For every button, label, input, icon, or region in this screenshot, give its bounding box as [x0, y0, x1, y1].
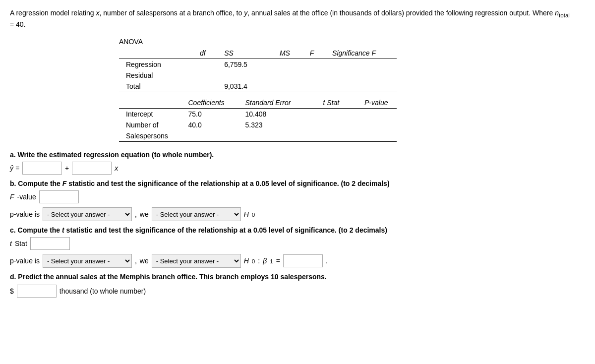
beta1-input[interactable] — [283, 254, 323, 267]
anova-df-residual — [193, 70, 217, 81]
coeff-coeff-intercept: 75.0 — [181, 109, 238, 120]
anova-sigf-regression — [325, 59, 397, 70]
h0-b-label: H — [244, 210, 249, 218]
slope-input[interactable] — [72, 162, 112, 175]
anova-sigf-residual — [325, 70, 397, 81]
anova-ms-residual — [273, 70, 303, 81]
plus-symbol: + — [65, 164, 69, 172]
anova-table: df SS MS F Significance F Regression 6,7… — [119, 48, 397, 92]
anova-ss-residual — [217, 70, 273, 81]
table-row: Total 9,031.4 — [119, 81, 397, 92]
anova-header-f: F — [303, 48, 325, 59]
dollar-row: $ thousand (to whole number) — [10, 285, 585, 298]
table-row: Number of 40.0 5.323 — [119, 120, 397, 130]
coeff-pvalue-numof — [357, 120, 397, 130]
equation-row: ŷ = + x — [10, 162, 585, 175]
fvalue-text: -value — [17, 193, 36, 201]
pvalue-b-label: p-value is — [10, 210, 40, 218]
anova-header-df: df — [193, 48, 217, 59]
fvalue-input[interactable] — [39, 190, 79, 203]
comma-c: , — [135, 257, 137, 265]
x-symbol: x — [115, 164, 118, 172]
h0-b-sub: 0 — [252, 211, 255, 218]
pvalue-b-select[interactable]: - Select your answer - less than greater… — [43, 207, 132, 221]
anova-ms-total — [273, 81, 303, 92]
anova-row-total: Total — [119, 81, 193, 92]
yhat-symbol: ŷ = — [10, 164, 19, 172]
coeff-header-label — [119, 97, 181, 109]
tstat-input[interactable] — [30, 237, 70, 250]
anova-header-label — [119, 48, 193, 59]
colon-c: : — [258, 257, 260, 265]
anova-ms-regression — [273, 59, 303, 70]
h0-c-label: H — [244, 257, 249, 265]
thousand-label: thousand (to whole number) — [60, 287, 146, 295]
prediction-input[interactable] — [17, 285, 57, 298]
anova-df-regression — [193, 59, 217, 70]
beta1-label: β — [263, 257, 267, 265]
intro-paragraph: A regression model relating x, number of… — [10, 8, 585, 30]
coeff-row-intercept: Intercept — [119, 109, 181, 120]
coeff-header-coeff: Coefficients — [181, 97, 238, 109]
h0-c-sub: 0 — [252, 258, 255, 264]
anova-f-residual — [303, 70, 325, 81]
fvalue-label: F — [10, 193, 14, 201]
we-b-select[interactable]: - Select your answer - reject do not rej… — [152, 207, 241, 221]
anova-row-regression: Regression — [119, 59, 193, 70]
part-b-section: b. Compute the F statistic and test the … — [10, 180, 585, 221]
anova-header-ss: SS — [217, 48, 273, 59]
coeff-se-salespersons — [238, 130, 316, 142]
part-c-label: c. Compute the t statistic and test the … — [10, 226, 585, 234]
anova-df-total — [193, 81, 217, 92]
equals-c: = — [276, 257, 280, 265]
coeff-tstat-numof — [316, 120, 357, 130]
we-b-label: we — [140, 210, 149, 218]
coeff-header-pvalue: P-value — [357, 97, 397, 109]
coeff-coeff-salespersons — [181, 130, 238, 142]
anova-row-residual: Residual — [119, 70, 193, 81]
intercept-input[interactable] — [22, 162, 62, 175]
coeff-se-intercept: 10.408 — [238, 109, 316, 120]
anova-section: ANOVA df SS MS F Significance F Regressi… — [119, 38, 585, 142]
anova-title: ANOVA — [119, 38, 585, 46]
coeff-coeff-numof: 40.0 — [181, 120, 238, 130]
dollar-symbol: $ — [10, 287, 14, 295]
we-c-select[interactable]: - Select your answer - reject do not rej… — [152, 254, 241, 268]
coeff-row-numof: Number of — [119, 120, 181, 130]
pvalue-c-label: p-value is — [10, 257, 40, 265]
anova-ss-total: 9,031.4 — [217, 81, 273, 92]
tstat-row: t Stat — [10, 237, 585, 250]
anova-f-total — [303, 81, 325, 92]
pvalue-c-select[interactable]: - Select your answer - less than greater… — [43, 254, 132, 268]
anova-f-regression — [303, 59, 325, 70]
part-d-section: d. Predict the annual sales at the Memph… — [10, 273, 585, 298]
coeff-se-numof: 5.323 — [238, 120, 316, 130]
table-row: Intercept 75.0 10.408 — [119, 109, 397, 120]
period-c: . — [326, 257, 328, 265]
table-row: Regression 6,759.5 — [119, 59, 397, 70]
coefficients-table: Coefficients Standard Error t Stat P-val… — [119, 97, 397, 142]
pvalue-b-row: p-value is - Select your answer - less t… — [10, 207, 585, 221]
we-c-label: we — [140, 257, 149, 265]
comma-b: , — [135, 210, 137, 218]
table-row: Residual — [119, 70, 397, 81]
coeff-row-salespersons: Salespersons — [119, 130, 181, 142]
part-a-label: a. Write the estimated regression equati… — [10, 151, 585, 159]
fvalue-row: F-value — [10, 190, 585, 203]
coeff-header-tstat: t Stat — [316, 97, 357, 109]
part-a-section: a. Write the estimated regression equati… — [10, 151, 585, 175]
anova-header-sigf: Significance F — [325, 48, 397, 59]
anova-ss-regression: 6,759.5 — [217, 59, 273, 70]
beta1-sub: 1 — [270, 258, 273, 264]
tstat-text: Stat — [15, 240, 27, 247]
pvalue-c-row: p-value is - Select your answer - less t… — [10, 254, 585, 268]
coeff-pvalue-salespersons — [357, 130, 397, 142]
coeff-header-se: Standard Error — [238, 97, 316, 109]
part-b-label: b. Compute the F statistic and test the … — [10, 180, 585, 187]
part-c-section: c. Compute the t statistic and test the … — [10, 226, 585, 268]
anova-header-ms: MS — [273, 48, 303, 59]
coeff-pvalue-intercept — [357, 109, 397, 120]
coeff-tstat-intercept — [316, 109, 357, 120]
anova-sigf-total — [325, 81, 397, 92]
table-row: Salespersons — [119, 130, 397, 142]
